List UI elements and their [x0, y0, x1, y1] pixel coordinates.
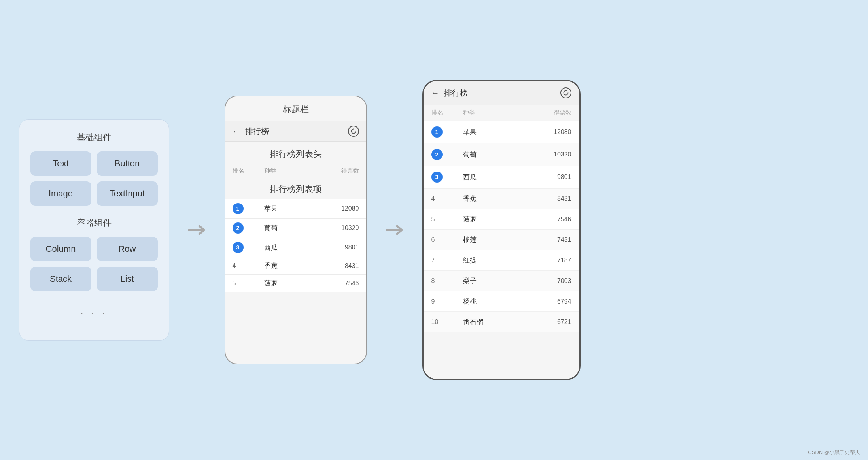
full-rank-cell: 6	[431, 236, 463, 243]
titlebar-section-label: 标题栏	[225, 96, 366, 121]
middle-titlebar: ← 排行榜	[225, 121, 366, 142]
full-rank-cell: 2	[431, 149, 463, 160]
full-rank-number: 10	[431, 319, 439, 325]
full-item-votes: 12080	[528, 128, 571, 136]
full-rank-number: 6	[431, 236, 435, 243]
full-rank-number: 8	[431, 277, 435, 284]
full-list-header: 排名 种类 得票数	[424, 105, 579, 121]
full-item-votes: 7003	[528, 277, 571, 285]
full-item-name: 杨桃	[463, 297, 528, 306]
full-titlebar: ← 排行榜	[424, 81, 579, 105]
rank-number: 5	[233, 280, 236, 287]
full-item-name: 香蕉	[463, 194, 528, 203]
full-list-container: 1苹果120802葡萄103203西瓜98014香蕉84315菠萝75466榴莲…	[424, 121, 579, 332]
text-button[interactable]: Text	[30, 151, 91, 176]
item-name: 菠萝	[264, 279, 320, 288]
full-list-item: 7红提7187	[424, 250, 579, 271]
more-dots: · · ·	[80, 306, 108, 319]
basic-components-grid: Text Button Image TextInput	[30, 151, 158, 206]
list-button[interactable]: List	[97, 267, 158, 291]
header-rank: 排名	[233, 167, 264, 175]
item-name: 苹果	[264, 204, 320, 213]
titlebar-title: 排行榜	[245, 126, 343, 137]
rank-number: 4	[233, 262, 236, 269]
rank-cell: 5	[233, 280, 264, 287]
list-item: 3西瓜9801	[225, 238, 366, 257]
full-list-item: 3西瓜9801	[424, 166, 579, 189]
full-rank-cell: 3	[431, 172, 463, 183]
full-titlebar-title: 排行榜	[444, 88, 556, 98]
item-votes: 10320	[320, 224, 359, 232]
basic-components-panel: 基础组件 Text Button Image TextInput 容器组件 Co…	[19, 119, 169, 341]
full-item-name: 苹果	[463, 128, 528, 137]
list-item: 1苹果12080	[225, 199, 366, 219]
full-item-name: 梨子	[463, 276, 528, 285]
rank-cell: 2	[233, 222, 264, 234]
middle-phone-mockup: 标题栏 ← 排行榜 排行榜列表头 排名 种类 得票数 排行榜列表项 1苹果120…	[225, 96, 367, 364]
stack-button[interactable]: Stack	[30, 267, 91, 291]
button-button[interactable]: Button	[97, 151, 158, 176]
full-rank-cell: 8	[431, 277, 463, 285]
full-phone-mockup: ← 排行榜 排名 种类 得票数 1苹果120802葡萄103203西瓜98014…	[422, 80, 581, 380]
section1-title: 基础组件	[77, 132, 112, 143]
back-icon[interactable]: ←	[233, 127, 240, 136]
full-list-item: 10番石榴6721	[424, 312, 579, 332]
full-list-item: 5菠萝7546	[424, 209, 579, 230]
item-votes: 9801	[320, 244, 359, 251]
full-header-rank: 排名	[431, 109, 463, 117]
list-item: 4香蕉8431	[225, 257, 366, 275]
arrow-1	[185, 218, 209, 242]
full-rank-cell: 9	[431, 298, 463, 305]
rank-cell: 1	[233, 203, 264, 214]
full-rank-badge: 2	[431, 149, 443, 160]
full-item-votes: 6721	[528, 319, 571, 326]
full-refresh-icon[interactable]	[560, 87, 571, 98]
full-list-item: 8梨子7003	[424, 271, 579, 291]
list-items-section-label: 排行榜列表项	[225, 178, 366, 199]
full-rank-cell: 4	[431, 195, 463, 202]
full-header-votes: 得票数	[528, 109, 571, 117]
full-item-votes: 7187	[528, 257, 571, 264]
full-item-name: 红提	[463, 256, 528, 265]
list-items-container: 1苹果120802葡萄103203西瓜98014香蕉84315菠萝7546	[225, 199, 366, 292]
full-rank-badge: 1	[431, 126, 443, 138]
column-button[interactable]: Column	[30, 237, 91, 261]
full-rank-number: 9	[431, 298, 435, 305]
full-rank-cell: 1	[431, 126, 463, 138]
full-back-icon[interactable]: ←	[431, 89, 439, 98]
rank-badge: 3	[233, 242, 244, 253]
full-item-votes: 6794	[528, 298, 571, 305]
full-item-votes: 8431	[528, 195, 571, 202]
textinput-button[interactable]: TextInput	[97, 181, 158, 206]
full-list-item: 2葡萄10320	[424, 143, 579, 166]
refresh-icon[interactable]	[348, 126, 359, 137]
list-item: 2葡萄10320	[225, 219, 366, 238]
full-item-name: 菠萝	[463, 215, 528, 224]
image-button[interactable]: Image	[30, 181, 91, 206]
full-rank-cell: 7	[431, 257, 463, 264]
full-list-item: 1苹果12080	[424, 121, 579, 143]
rank-badge: 2	[233, 222, 244, 234]
full-header-type: 种类	[463, 109, 528, 117]
full-item-name: 葡萄	[463, 150, 528, 159]
rank-badge: 1	[233, 203, 244, 214]
full-item-name: 西瓜	[463, 173, 528, 182]
row-button[interactable]: Row	[97, 237, 158, 261]
full-rank-number: 7	[431, 257, 435, 264]
item-name: 葡萄	[264, 224, 320, 233]
rank-cell: 4	[233, 262, 264, 270]
full-rank-badge: 3	[431, 172, 443, 183]
full-item-votes: 7431	[528, 236, 571, 243]
item-name: 香蕉	[264, 261, 320, 270]
full-item-votes: 9801	[528, 173, 571, 181]
full-rank-number: 4	[431, 195, 435, 202]
full-list-item: 4香蕉8431	[424, 189, 579, 209]
container-components-grid: Column Row Stack List	[30, 237, 158, 291]
item-votes: 12080	[320, 205, 359, 212]
header-type: 种类	[264, 167, 320, 175]
full-rank-cell: 5	[431, 216, 463, 223]
arrow-2	[383, 218, 407, 242]
full-rank-number: 5	[431, 216, 435, 222]
list-header-section-label: 排行榜列表头	[225, 142, 366, 164]
full-item-votes: 10320	[528, 151, 571, 158]
